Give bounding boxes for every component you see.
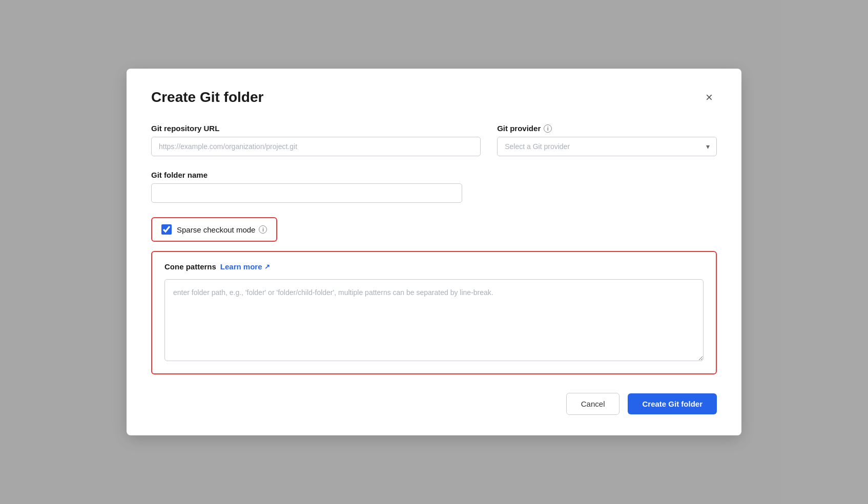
create-git-folder-button[interactable]: Create Git folder	[628, 393, 717, 414]
folder-name-row: Git folder name	[151, 171, 717, 203]
cone-patterns-textarea[interactable]	[164, 279, 704, 361]
git-provider-label: Git provider i	[497, 124, 717, 133]
git-provider-select[interactable]: Select a Git provider GitHub GitLab Bitb…	[497, 137, 717, 156]
modal-title: Create Git folder	[151, 89, 263, 106]
sparse-checkout-checkbox[interactable]	[161, 224, 172, 235]
sparse-checkout-info-icon: i	[259, 225, 267, 234]
git-provider-info-icon: i	[544, 124, 552, 133]
sparse-checkout-label: Sparse checkout mode i	[177, 225, 267, 234]
git-repo-url-group: Git repository URL	[151, 124, 481, 156]
cone-patterns-section: Cone patterns Learn more ↗	[151, 251, 717, 374]
sparse-checkout-row[interactable]: Sparse checkout mode i	[151, 217, 277, 242]
git-repo-url-label: Git repository URL	[151, 124, 481, 133]
cone-patterns-label: Cone patterns Learn more ↗	[164, 262, 704, 271]
cancel-button[interactable]: Cancel	[566, 393, 620, 415]
create-git-folder-modal: Create Git folder × Git repository URL G…	[127, 69, 741, 435]
git-provider-group: Git provider i Select a Git provider Git…	[497, 124, 717, 156]
modal-overlay: Create Git folder × Git repository URL G…	[0, 0, 868, 504]
git-folder-name-input[interactable]	[151, 183, 462, 203]
modal-header: Create Git folder ×	[151, 89, 717, 106]
sparse-section: Sparse checkout mode i Cone patterns Lea…	[151, 217, 717, 374]
close-button[interactable]: ×	[701, 89, 717, 106]
git-provider-select-wrapper: Select a Git provider GitHub GitLab Bitb…	[497, 137, 717, 156]
git-repo-url-input[interactable]	[151, 137, 481, 156]
learn-more-link[interactable]: Learn more ↗	[220, 262, 270, 271]
git-folder-name-label: Git folder name	[151, 171, 462, 179]
url-provider-row: Git repository URL Git provider i Select…	[151, 124, 717, 156]
git-folder-name-group: Git folder name	[151, 171, 462, 203]
external-link-icon: ↗	[264, 263, 270, 270]
modal-footer: Cancel Create Git folder	[151, 393, 717, 415]
